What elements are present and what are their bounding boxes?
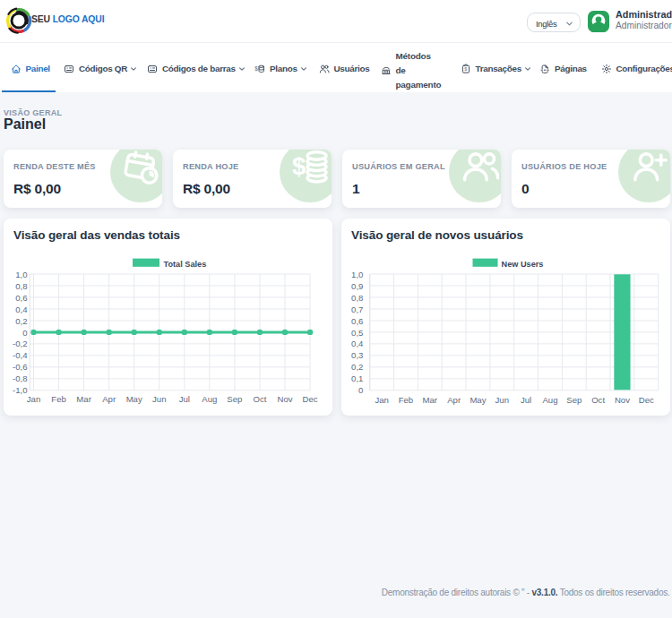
svg-text:1,0: 1,0: [15, 270, 27, 279]
svg-text:Mar: Mar: [76, 394, 91, 404]
svg-text:Nov: Nov: [277, 394, 292, 404]
svg-text:0,6: 0,6: [351, 316, 363, 326]
svg-text:Mar: Mar: [423, 395, 438, 405]
svg-text:$: $: [292, 152, 306, 180]
svg-text:Jun: Jun: [152, 394, 166, 404]
svg-text:0,4: 0,4: [15, 305, 28, 314]
svg-text:0,4: 0,4: [351, 339, 364, 348]
svg-text:0: 0: [358, 385, 363, 395]
svg-text:May: May: [470, 395, 486, 405]
svg-text:Jan: Jan: [375, 395, 388, 405]
svg-text:May: May: [126, 394, 142, 404]
svg-text:Sep: Sep: [566, 395, 582, 405]
svg-text:Dec: Dec: [639, 395, 654, 405]
svg-text:0,3: 0,3: [351, 350, 363, 360]
svg-text:0,8: 0,8: [15, 281, 27, 291]
svg-text:0,9: 0,9: [351, 281, 363, 291]
svg-text:Aug: Aug: [542, 395, 557, 405]
svg-text:0,2: 0,2: [351, 362, 363, 372]
svg-text:Aug: Aug: [202, 394, 217, 404]
svg-text:Apr: Apr: [102, 394, 116, 404]
svg-text:0: 0: [22, 328, 27, 338]
svg-text:Oct: Oct: [591, 395, 605, 405]
svg-text:-0,8: -0,8: [13, 373, 28, 383]
svg-text:Apr: Apr: [447, 395, 461, 405]
svg-text:0,2: 0,2: [15, 316, 27, 326]
svg-text:-1,0: -1,0: [13, 385, 28, 395]
svg-text:Nov: Nov: [615, 395, 630, 405]
svg-text:0,5: 0,5: [351, 328, 363, 338]
svg-text:Jun: Jun: [495, 395, 509, 405]
svg-text:Sep: Sep: [227, 394, 242, 404]
svg-text:-0,2: -0,2: [13, 339, 28, 348]
svg-text:Jul: Jul: [179, 394, 190, 404]
svg-text:Oct: Oct: [253, 394, 266, 404]
svg-text:$: $: [464, 66, 467, 72]
svg-text:0,6: 0,6: [15, 293, 27, 303]
svg-text:Dec: Dec: [303, 394, 318, 404]
svg-text:Jul: Jul: [521, 395, 531, 405]
svg-text:Feb: Feb: [51, 394, 66, 404]
svg-text:0,8: 0,8: [351, 293, 363, 303]
svg-text:Feb: Feb: [399, 395, 414, 405]
svg-text:Jan: Jan: [27, 394, 40, 404]
svg-text:0,1: 0,1: [351, 373, 363, 383]
svg-text:1,0: 1,0: [351, 270, 363, 279]
svg-text:-0,6: -0,6: [13, 362, 28, 372]
svg-text:$: $: [254, 65, 258, 73]
svg-text:0,7: 0,7: [351, 305, 363, 314]
svg-text:-0,4: -0,4: [13, 350, 28, 360]
svg-text:Total Sales: Total Sales: [164, 260, 207, 269]
svg-text:New Users: New Users: [502, 260, 544, 269]
